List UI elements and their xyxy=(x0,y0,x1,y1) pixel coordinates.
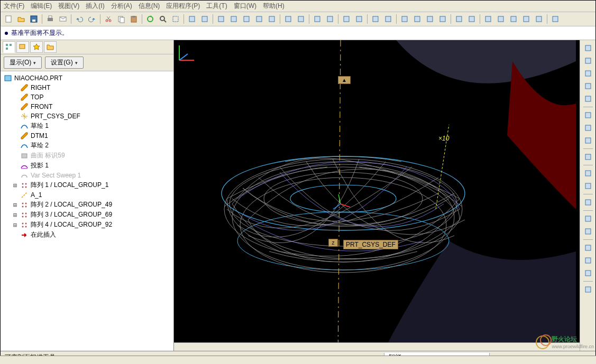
copy-button[interactable] xyxy=(115,13,127,25)
tree-item[interactable]: ⊞阵列 2 / LOCAL_GROUP_49 xyxy=(11,200,173,210)
save-button[interactable] xyxy=(28,13,40,25)
paste-button[interactable] xyxy=(128,13,140,25)
sketch-line-button[interactable] xyxy=(582,42,594,54)
tree-item[interactable]: 草绘 1 xyxy=(11,121,173,131)
tree-item[interactable]: TOP xyxy=(11,92,173,102)
orient-button[interactable] xyxy=(341,13,352,25)
a1-button[interactable] xyxy=(482,13,494,25)
layer-button[interactable] xyxy=(186,13,198,25)
tree-item[interactable]: A_1 xyxy=(11,190,173,200)
expand-icon[interactable]: ⊞ xyxy=(12,221,18,229)
tree-root[interactable]: NIAOCHAO.PRT xyxy=(3,73,173,83)
trim-button[interactable] xyxy=(582,197,594,208)
repaint-button[interactable] xyxy=(370,13,381,25)
hole-button[interactable] xyxy=(582,284,594,295)
menu-item[interactable]: 视图(V) xyxy=(58,2,79,11)
datum-axis-button[interactable] xyxy=(411,13,423,25)
datum-point-button[interactable] xyxy=(424,13,436,25)
point-button[interactable] xyxy=(582,109,594,121)
mail-button[interactable] xyxy=(57,13,69,25)
tree-item[interactable]: DTM1 xyxy=(11,131,173,141)
chamfer-button[interactable] xyxy=(582,255,594,266)
center-button[interactable] xyxy=(324,13,336,25)
a2-button[interactable] xyxy=(495,13,507,25)
menu-item[interactable]: 编辑(E) xyxy=(31,2,52,11)
rotate-button[interactable] xyxy=(266,13,278,25)
menu-item[interactable]: 信息(N) xyxy=(139,2,160,11)
print-button[interactable] xyxy=(44,13,56,25)
menu-item[interactable]: 文件(F) xyxy=(4,2,24,11)
menu-item[interactable]: 应用程序(P) xyxy=(166,2,200,11)
viewport-scrollbar-h[interactable] xyxy=(174,342,580,351)
undo-button[interactable] xyxy=(74,13,85,25)
tree-item[interactable]: 在此插入 xyxy=(11,230,173,240)
appearance-button[interactable] xyxy=(353,13,365,25)
open-button[interactable] xyxy=(15,13,27,25)
view-button[interactable] xyxy=(199,13,210,25)
sketch-circle-button[interactable] xyxy=(582,68,594,79)
zoom-out-button[interactable] xyxy=(228,13,240,25)
extrude-button[interactable] xyxy=(582,167,594,179)
tree-item[interactable]: ⊞阵列 4 / LOCAL_GROUP_92 xyxy=(11,220,173,230)
settings-dropdown[interactable]: 设置(G) xyxy=(45,57,83,69)
fit-button[interactable] xyxy=(241,13,252,25)
shell-button[interactable] xyxy=(582,267,594,279)
named-view-button[interactable] xyxy=(282,13,294,25)
tree-tab-model[interactable] xyxy=(3,41,15,53)
revolve-button[interactable] xyxy=(582,180,594,192)
tree-scrollbar-h[interactable] xyxy=(0,356,596,364)
menu-item[interactable]: 窗口(W) xyxy=(234,2,256,11)
spin-button[interactable] xyxy=(311,13,323,25)
sketch-arc-button[interactable] xyxy=(582,80,594,92)
help-button[interactable] xyxy=(549,13,561,25)
round-button[interactable] xyxy=(582,242,594,254)
a3-button[interactable] xyxy=(508,13,519,25)
a4-button[interactable] xyxy=(520,13,532,25)
pan-button[interactable] xyxy=(253,13,265,25)
tree-item[interactable]: 投影 1 xyxy=(11,161,173,171)
viewport-3d[interactable]: ×10 ▲ PRT_CSYS_DEF z xyxy=(174,40,580,351)
tree-tab-layers[interactable] xyxy=(16,41,29,53)
tree-item[interactable]: ⊞阵列 3 / LOCAL_GROUP_69 xyxy=(11,210,173,220)
datum-csys-button[interactable] xyxy=(437,13,448,25)
tree-item[interactable]: 草绘 2 xyxy=(11,141,173,151)
menu-item[interactable]: 插入(I) xyxy=(86,2,104,11)
find-button[interactable] xyxy=(157,13,169,25)
menu-item[interactable]: 帮助(H) xyxy=(263,2,285,11)
tree-item[interactable]: PRT_CSYS_DEF xyxy=(11,111,173,121)
expand-icon[interactable]: ⊞ xyxy=(12,201,18,209)
model-tree[interactable]: NIAOCHAO.PRT RIGHTTOPFRONTPRT_CSYS_DEF草绘… xyxy=(1,71,173,351)
new-button[interactable] xyxy=(3,13,14,25)
select-button[interactable] xyxy=(170,13,181,25)
hlr-button[interactable] xyxy=(466,13,478,25)
a5-button[interactable] xyxy=(533,13,545,25)
datum-plane-button[interactable] xyxy=(399,13,410,25)
pattern-button[interactable] xyxy=(582,226,594,237)
sketch-spline-button[interactable] xyxy=(582,93,594,105)
menu-item[interactable]: 分析(A) xyxy=(111,2,132,11)
chain-button[interactable] xyxy=(582,151,594,163)
cut-button[interactable] xyxy=(103,13,114,25)
show-dropdown[interactable]: 显示(O) xyxy=(4,57,42,69)
tree-tab-favorites[interactable] xyxy=(30,41,43,53)
tree-tab-folder[interactable] xyxy=(44,41,57,53)
dimension-button[interactable] xyxy=(582,135,594,146)
shade-button[interactable] xyxy=(382,13,394,25)
csys-button[interactable] xyxy=(582,122,594,134)
tree-item[interactable]: FRONT xyxy=(11,102,173,111)
tree-item[interactable]: 曲面 标识59 xyxy=(11,151,173,161)
expand-icon[interactable]: ⊞ xyxy=(12,182,18,189)
tree-item[interactable]: RIGHT xyxy=(11,83,173,92)
saved-view-button[interactable] xyxy=(295,13,307,25)
menu-item[interactable]: 工具(T) xyxy=(206,2,227,11)
sketch-rect-button[interactable] xyxy=(582,55,594,67)
mirror-button[interactable] xyxy=(582,213,594,225)
tree-item[interactable]: Var Sect Sweep 1 xyxy=(11,171,173,180)
expand-icon[interactable]: ⊞ xyxy=(12,211,18,219)
regen-button[interactable] xyxy=(144,13,156,25)
tree-item[interactable]: ⊞阵列 1 / LOCAL_GROUP_1 xyxy=(11,180,173,190)
tree-item-label: Var Sect Sweep 1 xyxy=(31,172,81,179)
redo-button[interactable] xyxy=(86,13,98,25)
zoom-in-button[interactable] xyxy=(215,13,227,25)
annot-button[interactable] xyxy=(453,13,465,25)
